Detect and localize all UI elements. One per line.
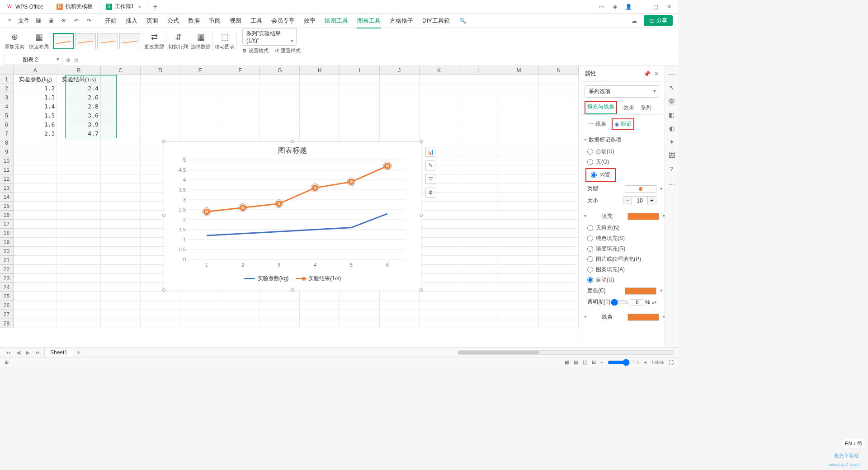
- cell[interactable]: [340, 75, 379, 84]
- size-spinner[interactable]: − +: [623, 196, 656, 205]
- cell[interactable]: [141, 129, 180, 138]
- cell[interactable]: [539, 147, 579, 156]
- radio-autofill[interactable]: 自动(U): [585, 275, 659, 285]
- more-icon[interactable]: ⋯: [668, 181, 675, 188]
- row-header[interactable]: 8: [0, 138, 14, 147]
- resize-handle[interactable]: [420, 288, 423, 291]
- cell[interactable]: [340, 84, 379, 93]
- cell[interactable]: [539, 165, 579, 174]
- cell[interactable]: [539, 111, 579, 120]
- cell[interactable]: [499, 211, 539, 220]
- series-options-dropdown[interactable]: 系列选项: [585, 85, 659, 98]
- cell[interactable]: [539, 138, 579, 147]
- cell[interactable]: [141, 120, 180, 129]
- cell[interactable]: [101, 229, 141, 238]
- cell[interactable]: [459, 292, 499, 301]
- cell[interactable]: [539, 211, 579, 220]
- cell[interactable]: [340, 301, 379, 310]
- fill-color-swatch[interactable]: [627, 213, 659, 220]
- transparency-slider[interactable]: [611, 299, 629, 306]
- cell[interactable]: [420, 265, 459, 274]
- maximize-icon[interactable]: ▢: [652, 3, 659, 10]
- cell[interactable]: [499, 310, 539, 319]
- row-header[interactable]: 19: [0, 238, 14, 247]
- cell[interactable]: [14, 265, 57, 274]
- cell[interactable]: [180, 120, 220, 129]
- name-box[interactable]: 图表 2: [4, 55, 62, 65]
- template-tab[interactable]: D 找稻壳模板: [50, 0, 99, 13]
- cell[interactable]: [420, 129, 459, 138]
- row-header[interactable]: 21: [0, 256, 14, 265]
- cell[interactable]: [539, 220, 579, 229]
- view-grid-icon[interactable]: ⊞: [592, 359, 596, 365]
- cell[interactable]: [220, 93, 260, 102]
- col-header[interactable]: E: [180, 66, 220, 75]
- cell[interactable]: [260, 292, 300, 301]
- cell[interactable]: [141, 75, 180, 84]
- close-tab-icon[interactable]: •: [138, 3, 141, 10]
- cell[interactable]: [14, 301, 57, 310]
- cell[interactable]: [180, 310, 220, 319]
- cell[interactable]: [539, 174, 579, 183]
- cell[interactable]: [141, 93, 180, 102]
- row-header[interactable]: 13: [0, 183, 14, 193]
- cell[interactable]: [499, 283, 539, 292]
- cell[interactable]: [499, 156, 539, 165]
- set-format-button[interactable]: ⚙设置格式: [242, 47, 269, 54]
- workbook-tab[interactable]: S 工作簿1 •: [99, 0, 148, 13]
- row-header[interactable]: 14: [0, 193, 14, 202]
- cell[interactable]: [300, 120, 340, 129]
- cell[interactable]: [499, 165, 539, 174]
- cell[interactable]: [14, 156, 57, 165]
- cell[interactable]: [14, 165, 57, 174]
- cell[interactable]: [101, 220, 141, 229]
- cell[interactable]: [220, 310, 260, 319]
- cell[interactable]: [459, 120, 499, 129]
- cell[interactable]: [459, 229, 499, 238]
- view-split-icon[interactable]: ◫: [583, 359, 587, 365]
- sheet-tab-1[interactable]: Sheet1: [44, 348, 73, 357]
- cell[interactable]: [420, 138, 459, 147]
- radio-nofill[interactable]: 无填充(N): [585, 223, 659, 233]
- status-indicator-icon[interactable]: ⊞: [5, 359, 9, 365]
- radio-picfill[interactable]: 图片或纹理填充(P): [585, 254, 659, 264]
- resize-handle[interactable]: [291, 140, 294, 143]
- cell[interactable]: [260, 120, 300, 129]
- cell[interactable]: [14, 310, 57, 319]
- col-header[interactable]: F: [220, 66, 260, 75]
- minimize-icon[interactable]: ─: [638, 3, 646, 10]
- chart-thumb-2[interactable]: [75, 33, 96, 49]
- cell[interactable]: [300, 301, 340, 310]
- cell[interactable]: [57, 229, 100, 238]
- cell[interactable]: [220, 84, 260, 93]
- cell[interactable]: [101, 111, 141, 120]
- cell[interactable]: [300, 319, 340, 328]
- cell[interactable]: [459, 211, 499, 220]
- sheet-area[interactable]: ABCDEFGHIJKLMN 1234567891011121314151617…: [0, 66, 579, 347]
- cell[interactable]: [220, 75, 260, 84]
- chart-title[interactable]: 图表标题: [164, 146, 421, 155]
- cell[interactable]: [380, 319, 420, 328]
- marker-options-title[interactable]: 数据标记选项: [585, 136, 659, 144]
- cell[interactable]: [260, 310, 300, 319]
- window-restore-icon[interactable]: ▭: [598, 3, 605, 10]
- nav-last[interactable]: ⏭: [33, 349, 42, 356]
- cell[interactable]: [499, 75, 539, 84]
- cell[interactable]: [141, 319, 180, 328]
- cell[interactable]: [101, 75, 141, 84]
- cell[interactable]: [420, 301, 459, 310]
- cell[interactable]: [260, 129, 300, 138]
- size-input[interactable]: [632, 197, 648, 205]
- cell[interactable]: [499, 229, 539, 238]
- cell[interactable]: [539, 93, 579, 102]
- cell[interactable]: [101, 247, 141, 256]
- cell[interactable]: [420, 256, 459, 265]
- picture-icon[interactable]: 🖼: [668, 152, 675, 159]
- cell[interactable]: [14, 274, 57, 283]
- menu-member[interactable]: 会员专享: [271, 17, 295, 25]
- view-page-icon[interactable]: ▤: [574, 359, 578, 365]
- cell[interactable]: [340, 120, 379, 129]
- sparkle-icon[interactable]: ✦: [668, 138, 675, 146]
- chart-object[interactable]: 图表标题 00.511.522.533.544.55123456 实验参数(kg…: [164, 141, 421, 290]
- cell[interactable]: [260, 111, 300, 120]
